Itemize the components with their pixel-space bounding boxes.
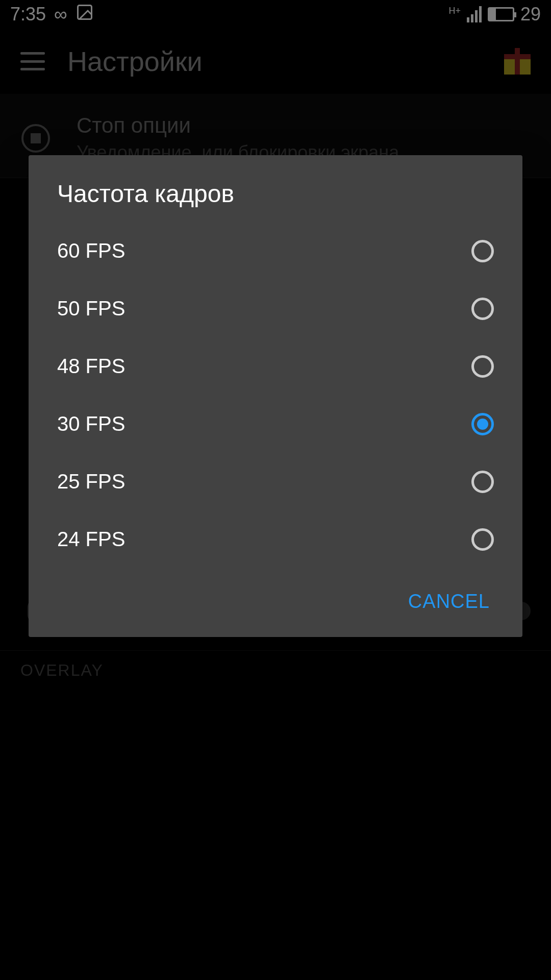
radio-option-25fps[interactable]: 25 FPS [29, 453, 522, 510]
radio-icon [471, 528, 494, 551]
radio-label: 30 FPS [57, 412, 125, 435]
radio-option-48fps[interactable]: 48 FPS [29, 337, 522, 395]
radio-list: 60 FPS 50 FPS 48 FPS 30 FPS 25 FPS 24 FP… [29, 218, 522, 572]
radio-label: 48 FPS [57, 355, 125, 378]
radio-icon [471, 471, 494, 493]
radio-label: 60 FPS [57, 239, 125, 262]
radio-label: 25 FPS [57, 470, 125, 493]
radio-icon [471, 240, 494, 262]
radio-icon-selected [471, 413, 494, 435]
radio-option-30fps[interactable]: 30 FPS [29, 395, 522, 453]
framerate-dialog: Частота кадров 60 FPS 50 FPS 48 FPS 30 F… [29, 155, 522, 637]
radio-option-24fps[interactable]: 24 FPS [29, 510, 522, 568]
dialog-actions: CANCEL [29, 572, 522, 625]
radio-label: 24 FPS [57, 528, 125, 551]
radio-option-50fps[interactable]: 50 FPS [29, 280, 522, 337]
radio-icon [471, 298, 494, 320]
cancel-button[interactable]: CANCEL [396, 584, 502, 619]
radio-label: 50 FPS [57, 297, 125, 320]
radio-icon [471, 355, 494, 378]
radio-option-60fps[interactable]: 60 FPS [29, 222, 522, 280]
dialog-title: Частота кадров [29, 180, 522, 208]
